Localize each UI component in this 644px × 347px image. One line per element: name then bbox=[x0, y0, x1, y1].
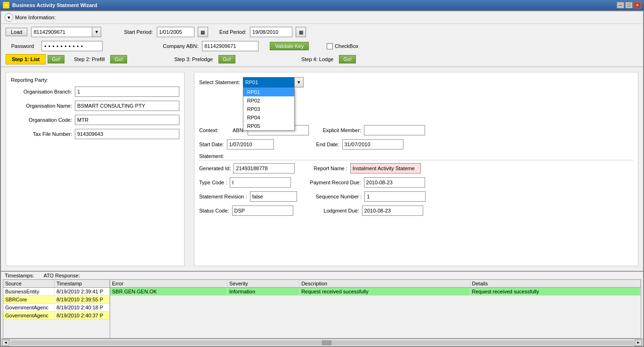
validate-key-button[interactable]: Validate Key bbox=[270, 42, 309, 50]
load-button[interactable]: Load bbox=[6, 28, 27, 36]
scroll-left-btn[interactable]: ◄ bbox=[2, 339, 9, 346]
step1-label: Step 1: List bbox=[6, 54, 46, 64]
password-input[interactable] bbox=[41, 41, 103, 51]
step3-item: Step 3: Prelodge Go! bbox=[170, 55, 235, 64]
report-name-input[interactable] bbox=[350, 163, 421, 174]
source-cell: BusinessEntity bbox=[3, 288, 54, 296]
step2-go-button[interactable]: Go! bbox=[110, 55, 127, 63]
statement-revision-row: Statement Revision : Sequence Number : bbox=[199, 191, 633, 202]
status-code-input[interactable] bbox=[232, 205, 293, 216]
type-code-row: Type Code : Payment Record Due: bbox=[199, 177, 633, 188]
window-title: Business Activity Statment Wizard bbox=[12, 2, 97, 8]
end-date-input[interactable] bbox=[342, 139, 403, 150]
statement-dropdown-popup: RP01 RP02 RP03 RP04 RP05 bbox=[243, 87, 295, 131]
start-period-input[interactable] bbox=[157, 27, 194, 37]
password-row: Password Company ABN: Validate Key Check… bbox=[1, 40, 643, 52]
company-abn-label: Company ABN: bbox=[163, 43, 198, 49]
status-code-label: Status Code: bbox=[199, 208, 229, 213]
password-label: Password bbox=[6, 43, 34, 49]
status-code-row: Status Code: Lodgment Due: bbox=[199, 205, 633, 216]
select-statement-label: Select Statement: bbox=[199, 79, 240, 85]
table-row[interactable]: SBR.GEN.GEN.OKInformationRequest receive… bbox=[110, 288, 641, 296]
end-period-calendar-btn[interactable]: ▦ bbox=[296, 27, 306, 37]
generated-id-input[interactable] bbox=[233, 163, 295, 174]
scroll-track[interactable] bbox=[10, 340, 634, 345]
start-date-label: Start Date: bbox=[199, 142, 224, 147]
lodgment-due-input[interactable] bbox=[362, 205, 423, 216]
type-code-input[interactable] bbox=[230, 177, 291, 188]
info-icon[interactable]: ▼ bbox=[5, 13, 13, 22]
org-name-label: Organisation Name: bbox=[11, 103, 72, 109]
org-code-input[interactable] bbox=[75, 115, 179, 125]
account-number-input[interactable] bbox=[31, 27, 92, 37]
dates-row: Start Date: End Date: bbox=[199, 139, 633, 150]
ato-response-table: Error Severity Description Details SBR.G… bbox=[110, 279, 641, 339]
company-abn-input[interactable] bbox=[202, 41, 258, 51]
org-branch-label: Organisation Branch: bbox=[11, 89, 72, 95]
sequence-number-input[interactable] bbox=[364, 191, 426, 202]
timestamp-cell: 8/19/2010 2:39:41 P bbox=[54, 288, 109, 296]
select-statement-value[interactable]: RP01 bbox=[243, 77, 295, 87]
tax-file-label: Tax File Number: bbox=[11, 131, 72, 137]
select-statement-dropdown-btn[interactable]: ▼ bbox=[294, 77, 304, 87]
app-icon: ★ bbox=[3, 2, 9, 8]
explicit-member-input[interactable] bbox=[364, 125, 425, 135]
context-label: Context: bbox=[199, 127, 218, 133]
severity-col-header: Severity bbox=[227, 280, 299, 288]
payment-record-due-label: Payment Record Due: bbox=[310, 180, 361, 185]
payment-record-due-input[interactable] bbox=[364, 177, 425, 188]
org-name-input[interactable] bbox=[75, 101, 179, 111]
dropdown-option-rp02[interactable]: RP02 bbox=[243, 96, 294, 105]
source-col-header: Source bbox=[3, 280, 54, 288]
minimize-button[interactable]: ─ bbox=[617, 2, 624, 8]
start-period-calendar-btn[interactable]: ▦ bbox=[198, 27, 208, 37]
account-dropdown-btn[interactable]: ▼ bbox=[92, 27, 101, 37]
scroll-thumb[interactable] bbox=[322, 340, 331, 345]
generated-id-row: Generated Id: Report Name : bbox=[199, 163, 633, 174]
statement-revision-input[interactable] bbox=[250, 191, 297, 202]
table-row[interactable]: GovernmentAgenc8/19/2010 2:40:18 P bbox=[3, 304, 110, 312]
timestamp-cell: 8/19/2010 2:40:37 P bbox=[54, 312, 109, 320]
step4-go-button[interactable]: Go! bbox=[339, 55, 356, 63]
source-cell: GovernmentAgenc bbox=[3, 312, 54, 320]
dropdown-option-rp03[interactable]: RP03 bbox=[243, 105, 294, 113]
org-code-label: Organsation Code: bbox=[11, 117, 72, 123]
generated-id-label: Generated Id: bbox=[199, 166, 231, 171]
checkbox-label: CheckBox bbox=[335, 43, 358, 49]
more-info-section: ▼ More Information: bbox=[5, 13, 56, 22]
scroll-right-btn[interactable]: ► bbox=[635, 339, 642, 346]
dropdown-option-rp01[interactable]: RP01 bbox=[243, 88, 294, 96]
dropdown-option-rp04[interactable]: RP04 bbox=[243, 113, 294, 122]
org-branch-row: Organisation Branch: bbox=[11, 87, 179, 97]
tax-file-input[interactable] bbox=[75, 129, 179, 139]
step3-go-button[interactable]: Go! bbox=[218, 55, 235, 63]
close-button[interactable]: ✕ bbox=[634, 2, 641, 8]
table-row[interactable]: SBRCore8/19/2010 2:39:55 P bbox=[3, 296, 110, 304]
start-period-label: Start Period: bbox=[124, 29, 153, 35]
org-code-row: Organsation Code: bbox=[11, 115, 179, 125]
error-cell: SBR.GEN.GEN.OK bbox=[110, 288, 227, 296]
form-area: Reporting Party: Organisation Branch: Or… bbox=[1, 67, 643, 271]
reporting-party-header: Reporting Party: bbox=[11, 77, 179, 83]
title-bar: ★ Business Activity Statment Wizard ─ □ … bbox=[0, 0, 644, 10]
dropdown-option-rp05[interactable]: RP05 bbox=[243, 122, 294, 130]
timestamp-cell: 8/19/2010 2:40:18 P bbox=[54, 304, 109, 312]
description-cell: Request received sucessfully bbox=[299, 288, 470, 296]
load-row: Load ▼ Start Period: ▦ End Period: ▦ bbox=[1, 24, 643, 40]
severity-cell: Information bbox=[227, 288, 299, 296]
end-period-input[interactable] bbox=[250, 27, 292, 37]
step1-go-button[interactable]: Go! bbox=[48, 55, 64, 63]
table-row[interactable]: BusinessEntity8/19/2010 2:39:41 P bbox=[3, 288, 110, 296]
checkbox-input[interactable] bbox=[327, 43, 333, 49]
timestamp-col-header: Timestamp bbox=[54, 280, 109, 288]
statement-revision-label: Statement Revision : bbox=[199, 194, 247, 199]
timestamps-header: Timestamps: bbox=[5, 273, 34, 278]
table-row[interactable]: GovernmentAgenc8/19/2010 2:40:37 P bbox=[3, 312, 110, 320]
report-name-label: Report Name : bbox=[314, 166, 347, 171]
org-name-row: Organisation Name: bbox=[11, 101, 179, 111]
type-code-label: Type Code : bbox=[199, 180, 227, 185]
step3-label: Step 3: Prelodge bbox=[170, 55, 217, 64]
maximize-button[interactable]: □ bbox=[625, 2, 633, 8]
org-branch-input[interactable] bbox=[75, 87, 179, 97]
start-date-input[interactable] bbox=[227, 139, 274, 150]
